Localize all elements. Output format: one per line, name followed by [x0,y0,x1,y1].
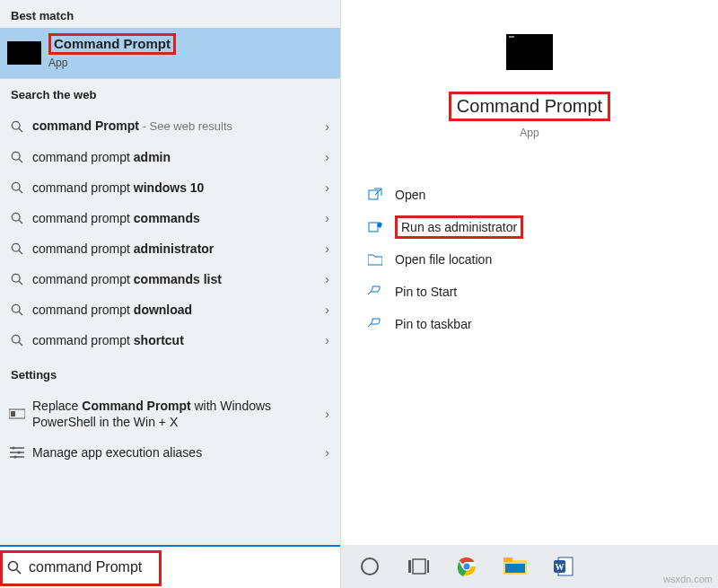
svg-point-14 [12,335,20,343]
search-icon [5,560,23,575]
web-result-item[interactable]: command prompt download› [0,294,340,325]
svg-point-21 [13,447,15,450]
svg-rect-31 [408,560,411,573]
search-input[interactable] [29,559,335,575]
settings-item-icon [9,444,25,461]
search-icon [9,241,25,257]
web-result-item[interactable]: command prompt windows 10› [0,172,340,203]
action-open-file-location[interactable]: Open file location [364,243,718,276]
svg-line-11 [19,281,22,285]
svg-point-30 [362,558,378,575]
chevron-right-icon: › [325,241,329,256]
search-icon [9,149,25,165]
web-result-item[interactable]: command prompt commands› [0,203,340,233]
action-label: Run as administrator [395,215,523,239]
action-label: Pin to Start [395,285,457,299]
action-pin-to-start[interactable]: Pin to Start [364,276,718,308]
svg-point-0 [12,121,20,129]
svg-rect-33 [427,560,429,573]
word-icon[interactable]: W [551,554,576,579]
search-icon [9,302,25,318]
svg-point-2 [12,152,20,160]
web-result-item[interactable]: command Prompt - See web results› [0,110,340,142]
web-result-item[interactable]: command prompt commands list› [0,264,340,294]
svg-point-6 [12,213,20,221]
settings-item-label: Replace Command Prompt with Windows Powe… [32,398,320,430]
svg-line-28 [368,292,371,294]
web-result-item[interactable]: command prompt shortcut› [0,325,340,355]
svg-point-8 [12,243,20,251]
search-icon [9,271,25,287]
admin-icon [364,220,386,234]
best-match-title: Command Prompt [48,33,176,55]
action-label: Pin to taskbar [395,317,472,331]
taskbar: W [341,545,718,588]
chevron-right-icon: › [325,180,329,195]
web-result-label: command prompt download [32,302,320,318]
svg-point-24 [9,562,18,571]
web-result-label: command prompt shortcut [32,332,320,348]
settings-list: Replace Command Prompt with Windows Powe… [0,387,340,471]
svg-point-10 [12,274,20,282]
svg-line-15 [19,342,22,346]
svg-point-12 [12,304,20,312]
chevron-right-icon: › [325,333,329,347]
search-icon [9,180,25,196]
svg-line-3 [19,159,22,162]
svg-rect-39 [505,564,525,573]
svg-line-13 [19,312,22,315]
app-title: Command Prompt [449,92,610,121]
cortana-icon[interactable] [357,554,382,579]
search-web-header: Search the web [0,79,340,107]
action-list: OpenRun as administratorOpen file locati… [341,179,718,340]
svg-point-22 [18,452,21,454]
settings-header: Settings [0,359,340,387]
file-explorer-icon[interactable] [503,554,528,579]
svg-line-5 [19,189,22,193]
svg-line-7 [19,220,22,224]
open-icon [364,188,386,202]
action-pin-to-taskbar[interactable]: Pin to taskbar [364,308,718,340]
web-result-label: command prompt commands [32,210,320,226]
search-icon [9,332,25,348]
web-result-label: command Prompt - See web results [32,118,320,135]
best-match-result[interactable]: Command Prompt App [0,28,340,79]
chevron-right-icon: › [325,272,329,286]
app-subtitle: App [520,127,538,139]
svg-point-23 [14,456,17,459]
pin-icon [364,285,386,299]
web-result-label: command prompt admin [32,149,320,165]
svg-point-4 [12,182,20,190]
app-large-icon [506,34,553,70]
search-bar[interactable] [0,545,340,588]
settings-item-icon [9,406,25,422]
task-view-icon[interactable] [406,554,431,579]
chevron-right-icon: › [325,211,329,225]
pin-icon [364,317,386,331]
watermark: wsxdn.com [663,574,713,584]
settings-item-label: Manage app execution aliases [32,444,320,461]
action-run-as-administrator[interactable]: Run as administrator [364,211,718,243]
search-icon [9,210,25,226]
web-result-label: command prompt commands list [32,271,320,287]
chevron-right-icon: › [325,150,329,164]
settings-item[interactable]: Replace Command Prompt with Windows Powe… [0,391,340,437]
svg-rect-38 [503,557,512,562]
best-match-subtitle: App [48,57,176,69]
svg-line-1 [19,128,22,132]
web-result-label: command prompt windows 10 [32,180,320,196]
app-detail-panel: Command Prompt App OpenRun as administra… [341,0,718,588]
settings-item[interactable]: Manage app execution aliases› [0,437,340,468]
action-label: Open [395,188,425,202]
chrome-icon[interactable] [454,554,479,579]
best-match-header: Best match [0,0,340,28]
action-open[interactable]: Open [364,179,718,211]
command-prompt-icon [7,41,41,65]
svg-rect-17 [11,411,15,417]
web-result-item[interactable]: command prompt administrator› [0,233,340,264]
folder-icon [364,253,386,266]
web-result-item[interactable]: command prompt admin› [0,142,340,172]
chevron-right-icon: › [325,445,329,460]
search-results-panel: Best match Command Prompt App Search the… [0,0,341,588]
svg-point-36 [464,564,470,570]
